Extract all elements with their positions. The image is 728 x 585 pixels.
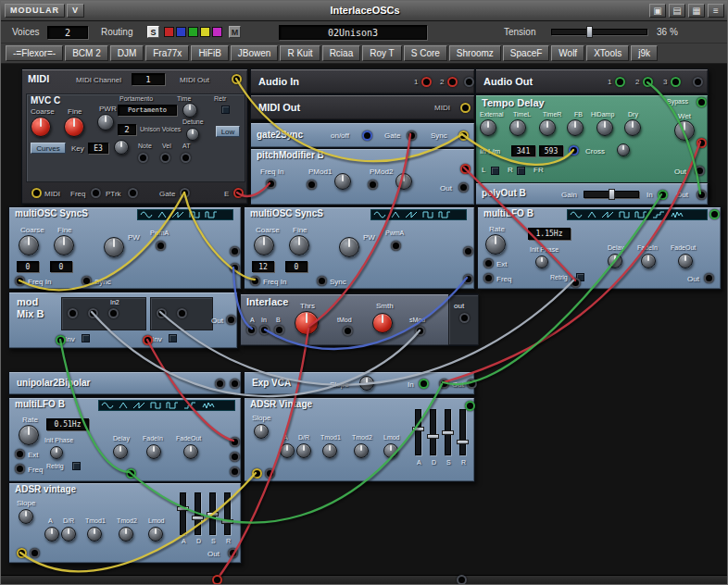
osc1-fine-knob[interactable] — [54, 235, 74, 255]
pm-out-jack[interactable] — [458, 182, 469, 193]
retr-checkbox[interactable] — [221, 106, 230, 114]
adsr1-d-slider-handle[interactable] — [427, 434, 439, 439]
detune-knob[interactable] — [186, 128, 199, 141]
onoff-jack[interactable] — [362, 131, 372, 141]
lfo2-out-jack-a[interactable] — [230, 437, 240, 447]
mod-mix-out-jack[interactable] — [226, 315, 236, 325]
osc2-sync-jack[interactable] — [317, 276, 327, 286]
interlace-out-jack[interactable] — [459, 313, 470, 323]
pmod2-knob[interactable] — [395, 173, 412, 190]
lfo1-title[interactable]: multiLFO B — [483, 208, 533, 218]
interlace-title[interactable]: Interlace — [246, 296, 288, 307]
interlace-in-jack[interactable] — [259, 325, 270, 335]
save-icon[interactable]: ▣ — [649, 4, 666, 18]
osc1-fine-value[interactable]: 0 — [50, 261, 72, 272]
midi-channel-value[interactable]: 1 — [132, 73, 165, 85]
mod-mix-aux-green-jack[interactable] — [56, 335, 66, 345]
adsr1-dr-knob[interactable] — [296, 443, 311, 458]
vca-in-jack[interactable] — [419, 379, 429, 389]
adsr2-tmod1-knob[interactable] — [87, 527, 102, 541]
routing-swatch-magenta[interactable] — [212, 27, 222, 37]
midi-out-strip-title[interactable]: MIDI Out — [258, 102, 300, 113]
osc1-pwma-jack[interactable] — [156, 241, 166, 251]
curves-button[interactable]: Curves — [31, 143, 66, 154]
gain-slider[interactable] — [584, 191, 639, 198]
note-jack[interactable] — [138, 153, 148, 163]
adsr1-lmod-knob[interactable] — [383, 443, 398, 458]
bank-button-spacef[interactable]: SpaceF — [503, 45, 549, 61]
osc1-sync-jack[interactable] — [82, 276, 92, 286]
adsr2-title[interactable]: ADSR vintage — [15, 484, 76, 494]
osc1-coarse-knob[interactable] — [19, 235, 39, 255]
l-checkbox[interactable] — [491, 167, 499, 175]
lfo1-fadeout-knob[interactable] — [678, 254, 693, 268]
delay-send-jack[interactable] — [697, 138, 707, 148]
bank-button-shroomz[interactable]: Shroomz — [449, 45, 501, 61]
coarse-knob[interactable] — [31, 117, 51, 137]
bank-button-rkuit[interactable]: R Kuit — [280, 45, 320, 61]
smod-jack[interactable] — [415, 326, 425, 336]
adsr1-gate-jack[interactable] — [252, 468, 262, 479]
adsr2-a-knob[interactable] — [44, 527, 59, 541]
routing-swatch-green[interactable] — [188, 27, 198, 37]
lfo1-top-jack[interactable] — [709, 209, 720, 219]
lfo1-fadein-knob[interactable] — [641, 254, 656, 268]
adsr2-slope-knob[interactable] — [19, 509, 33, 524]
poly-out-jack[interactable] — [697, 190, 707, 200]
bank-button-j9k[interactable]: j9k — [631, 45, 658, 61]
adsr1-tmod1-knob[interactable] — [322, 443, 337, 458]
bank-button-score[interactable]: S Core — [404, 45, 447, 61]
osc2-title[interactable]: multiOSC SyncS — [250, 208, 323, 218]
audio-in-aux-jack[interactable] — [464, 77, 474, 87]
adsr2-r-slider-handle[interactable] — [221, 519, 233, 524]
adsr1-top-jack[interactable] — [465, 401, 475, 411]
adsr1-s-slider[interactable] — [445, 409, 451, 455]
adsr2-out-jack[interactable] — [228, 548, 238, 558]
bank-button-hifib[interactable]: HiFiB — [191, 45, 228, 61]
pm-freqin-jack[interactable] — [266, 179, 276, 189]
osc1-out-jack-b[interactable] — [230, 263, 240, 273]
osc2-freqin-jack[interactable] — [250, 276, 260, 286]
lfo2-title[interactable]: multiLFO B — [15, 399, 65, 409]
poly-in-jack[interactable] — [658, 190, 668, 200]
interlace-a-jack[interactable] — [246, 325, 257, 335]
bank-button-jbowen[interactable]: JBowen — [231, 45, 279, 61]
pmod2-jack[interactable] — [368, 180, 378, 190]
midi-out-strip-jack[interactable] — [460, 103, 471, 113]
lfo1-ext-jack[interactable] — [483, 258, 494, 268]
adsr1-r-slider[interactable] — [459, 409, 466, 455]
preset-display[interactable]: 02Unison3 — [279, 25, 427, 40]
tempo-sync-jack[interactable] — [569, 145, 579, 156]
lfo2-delay-knob[interactable] — [113, 444, 128, 459]
midi-module-title[interactable]: MIDI — [28, 73, 49, 84]
osc1-coarse-value[interactable]: 0 — [17, 261, 39, 272]
adsr1-s-slider-handle[interactable] — [442, 430, 454, 435]
adsr2-dr-knob[interactable] — [61, 527, 76, 541]
lfo2-rate-knob[interactable] — [19, 425, 39, 445]
audio-in-title[interactable]: Audio In — [258, 76, 299, 87]
adsr1-d-slider[interactable] — [430, 409, 436, 455]
pmod1-knob[interactable] — [334, 173, 351, 190]
osc2-coarse-knob[interactable] — [254, 235, 274, 255]
osc2-pw-knob[interactable] — [339, 237, 359, 257]
osc1-pw-knob[interactable] — [104, 237, 124, 257]
mix1-in-jack-b[interactable] — [88, 308, 98, 318]
tension-slider[interactable] — [551, 29, 647, 35]
lfo1-rate-value[interactable]: 1.15Hz — [528, 228, 571, 240]
pmod1-jack[interactable] — [307, 180, 317, 190]
adsr1-trig-jack[interactable] — [265, 468, 275, 479]
adsr2-gate-jack[interactable] — [17, 548, 27, 558]
adsr2-trig-jack[interactable] — [30, 548, 40, 558]
lfo1-waveform-selector[interactable] — [567, 209, 708, 220]
osc2-coarse-value[interactable]: 12 — [252, 261, 274, 272]
cross-knob[interactable] — [617, 143, 630, 156]
fb-knob[interactable] — [567, 119, 584, 136]
lfo2-waveform-selector[interactable] — [98, 400, 235, 411]
adsr1-a-slider-handle[interactable] — [412, 427, 424, 431]
osc2-fine-value[interactable]: 0 — [285, 261, 308, 272]
timel-knob[interactable] — [509, 119, 526, 136]
osc2-out-jack-a[interactable] — [463, 246, 473, 256]
midi-thru-jack[interactable] — [31, 188, 42, 198]
midi-out-jack[interactable] — [232, 74, 242, 84]
voices-value[interactable]: 2 — [47, 26, 88, 39]
